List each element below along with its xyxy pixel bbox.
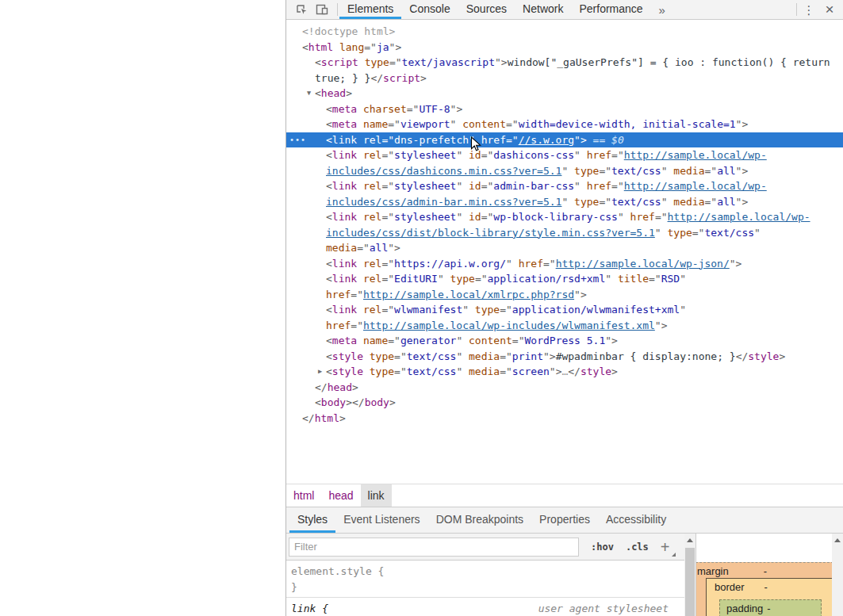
sidebar-tabs: Styles Event Listeners DOM Breakpoints P… [286,507,843,534]
inspect-element-icon[interactable] [291,1,312,18]
token-p: "> [574,289,587,300]
scrollbar-thumb[interactable] [685,548,695,616]
dom-tree-line[interactable]: <style type="text/css" media="print">#wp… [286,349,843,365]
token-p: =" [655,211,668,223]
dom-tree-line[interactable]: <link rel="stylesheet" id="admin-bar-css… [286,178,843,209]
margin-value[interactable]: - [764,565,767,577]
token-val: text/javascript [402,56,495,68]
token-val: text/css [611,165,661,177]
padding-value[interactable]: - [767,603,770,614]
token-p: =" [481,180,494,192]
element-style-rule[interactable]: element.style { } [286,561,684,598]
tab-network[interactable]: Network [515,0,571,19]
token-val: viewport [400,118,450,130]
token-p: "> [605,335,618,346]
token-p: =" [599,165,611,177]
box-model-border[interactable]: border - padding - [706,578,833,616]
dom-tree-line[interactable]: </head> [286,380,843,396]
tab-sources[interactable]: Sources [458,0,515,19]
dom-tree-line[interactable]: <!doctype html> [286,24,843,40]
tab-event-listeners[interactable]: Event Listeners [335,507,428,533]
token-p [357,180,363,192]
tab-console[interactable]: Console [401,0,458,19]
border-value[interactable]: - [764,581,768,593]
dom-tree: <!doctype html><html lang="ja"><script t… [286,20,843,484]
tab-dom-breakpoints[interactable]: DOM Breakpoints [428,507,531,533]
token-p: =" [351,319,363,331]
token-p: > [611,365,618,377]
token-attr: type [370,365,394,377]
metrics-scrollbar[interactable] [832,534,843,616]
collapse-arrow-icon[interactable]: ▼ [304,86,314,101]
token-p: " [661,196,674,208]
token-attr: rel [363,180,381,192]
scroll-up-arrow-icon[interactable] [684,534,695,546]
dom-tree-line[interactable]: ▼<head> [286,86,843,101]
toolbar-separator-right [796,3,797,16]
tab-performance[interactable]: Performance [571,0,650,19]
token-p: " [456,335,469,346]
styles-content: element.style { } link { user agent styl… [286,561,695,616]
new-style-rule-button[interactable]: + [661,539,670,555]
crumb-head[interactable]: head [321,484,360,507]
tab-properties[interactable]: Properties [531,507,598,533]
tab-styles[interactable]: Styles [289,507,335,533]
dom-tree-line[interactable]: </html> [286,411,843,427]
ua-style-rule[interactable]: link { user agent stylesheet display: no… [286,598,684,616]
dom-tree-line[interactable]: <link rel="stylesheet" id="wp-block-libr… [286,209,843,256]
dom-tree-line[interactable]: •••<link rel="dns-prefetch" href="//s.w.… [286,132,843,148]
token-p: =" [649,273,661,285]
dom-tree-line[interactable]: <script type="text/javascript">window["_… [286,55,843,86]
close-devtools-icon[interactable]: × [819,1,840,18]
token-attr: media [469,365,500,377]
devtools-menu-icon[interactable]: ⋮ [799,1,819,18]
dom-tree-line[interactable]: <meta name="viewport" content="width=dev… [286,117,843,132]
element-classes-toggle[interactable]: .cls [626,541,649,553]
more-tabs-icon[interactable]: » [651,0,673,19]
box-model-padding[interactable]: padding - [719,599,822,616]
token-attr: charset [363,103,407,115]
token-val: dashicons-css [493,149,574,161]
crumb-link[interactable]: link [361,484,392,507]
pseudo-state-toggle[interactable]: :hov [591,541,614,553]
token-p: > [339,412,346,424]
styles-filter-input[interactable] [289,538,579,557]
styles-scrollbar[interactable] [684,534,695,616]
token-attr: rel [363,149,381,161]
crumb-html[interactable]: html [286,484,321,507]
token-p: =" [512,335,525,346]
scroll-up-arrow-icon[interactable] [832,534,843,546]
kebab-glyph: ⋮ [803,4,815,16]
token-attr: type [370,350,394,362]
node-options-dots-icon: ••• [289,132,306,148]
token-p: " [456,211,469,223]
dom-tree-line[interactable]: <link rel="stylesheet" id="dashicons-css… [286,147,843,178]
device-toolbar-icon[interactable] [312,1,332,18]
token-p: ></ [346,396,364,408]
box-model-margin[interactable]: margin - border - padding - [696,562,841,616]
token-p: " [574,180,587,192]
token-p: " [618,211,630,223]
token-p [357,211,363,223]
token-attr: media [673,165,704,177]
dom-tree-line[interactable]: <link rel="wlwmanifest" type="applicatio… [286,302,843,333]
dom-tree-line[interactable]: ▶<style type="text/css" media="screen">…… [286,364,843,380]
token-p: =" [704,196,717,208]
dom-tree-line[interactable]: <body></body> [286,395,843,411]
dom-tree-line[interactable]: <meta charset="UTF-8"> [286,101,843,117]
dom-tree-line[interactable]: <html lang="ja"> [286,40,843,55]
dom-tree-line[interactable]: <link rel="https://api.w.org/" href="htt… [286,256,843,272]
token-p: =" [506,118,519,130]
token-p: =" [357,242,370,254]
token-p: " [561,196,574,208]
token-p: " [456,350,469,362]
expand-arrow-icon[interactable]: ▶ [315,364,325,380]
token-p: < [326,258,332,270]
dom-tree-line[interactable]: <link rel="EditURI" type="application/rs… [286,271,843,302]
dom-tree-line[interactable]: <meta name="generator" content="WordPres… [286,333,843,349]
tab-accessibility[interactable]: Accessibility [598,507,674,533]
tab-elements[interactable]: Elements [339,0,401,19]
token-p: =" [543,258,556,270]
token-p: " [754,227,761,239]
border-label-row: border - [707,579,833,593]
